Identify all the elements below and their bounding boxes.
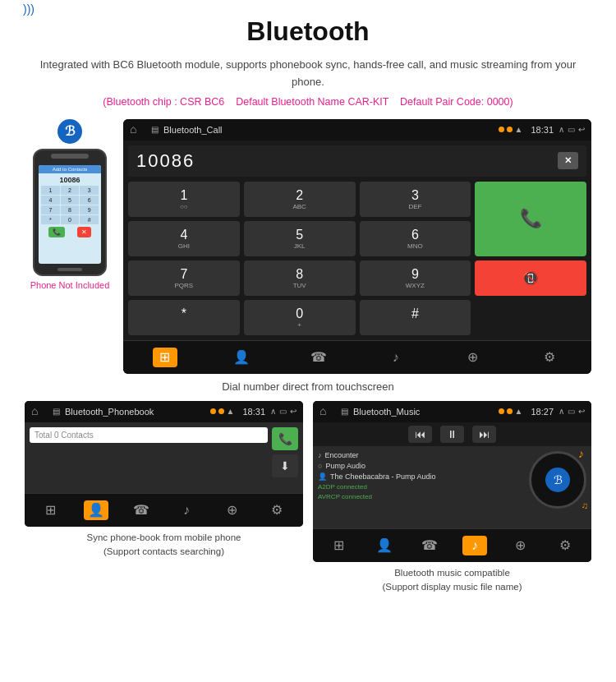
- pb-grid-icon[interactable]: ⊞: [39, 500, 63, 520]
- description-text: Integrated with BC6 Bluetooth module, su…: [25, 57, 591, 91]
- ms-grid-icon[interactable]: ⊞: [327, 536, 352, 555]
- dial-display: 10086 ✕: [128, 145, 586, 177]
- phonebook-search[interactable]: Total 0 Contacts: [30, 427, 268, 443]
- phone-key: 0: [61, 215, 80, 224]
- phone-not-included-label: Phone Not Included: [30, 280, 110, 290]
- key-8[interactable]: 8TUV: [244, 260, 356, 296]
- bluetooth-icon: ℬ: [57, 119, 82, 144]
- key-9[interactable]: 9WXYZ: [360, 260, 471, 296]
- statusbar-dots: ▲: [499, 125, 523, 134]
- pb-back-icon: ↩: [290, 407, 297, 416]
- back-icon: ↩: [578, 125, 585, 134]
- key-3[interactable]: 3DEF: [360, 182, 471, 217]
- statusbar-title: Bluetooth_Call: [163, 125, 494, 135]
- page-title: Bluetooth: [25, 16, 591, 47]
- sim-icon: ▤: [151, 125, 159, 134]
- track3-icon: 👤: [318, 472, 327, 481]
- pb-music-icon[interactable]: ♪: [174, 500, 199, 520]
- bt-waves: ))): [23, 2, 34, 16]
- phonebook-area: Total 0 Contacts 📞 ⬇: [25, 422, 303, 493]
- phonebook-list: [30, 447, 268, 488]
- ms-time: 18:27: [531, 407, 554, 417]
- phonebook-side-btns: 📞 ⬇: [272, 427, 298, 488]
- pb-call-btn[interactable]: 📞: [272, 427, 298, 450]
- key-4[interactable]: 4GHI: [128, 221, 240, 256]
- phonebook-caption: Sync phone-book from mobile phone (Suppo…: [87, 531, 241, 560]
- music-screen: ⌂ ▤ Bluetooth_Music ▲ 18:27 ∧ ▭ ↩: [313, 401, 591, 562]
- phonebook-screen-wrap: ⌂ ▤ Bluetooth_Phonebook ▲ 18:31 ∧ ▭ ↩: [25, 401, 303, 595]
- statusbar-time: 18:31: [531, 125, 554, 135]
- end-call-button[interactable]: 📵: [475, 260, 586, 296]
- pb-dots: ▲: [210, 407, 235, 416]
- pb-wifi: ▲: [227, 407, 235, 416]
- music-statusbar: ⌂ ▤ Bluetooth_Music ▲ 18:27 ∧ ▭ ↩: [313, 401, 591, 422]
- phone-key: 8: [61, 205, 80, 214]
- prev-button[interactable]: ⏮: [408, 426, 432, 443]
- pb-download-btn[interactable]: ⬇: [272, 454, 298, 477]
- bottombar-link-icon[interactable]: ⊕: [460, 348, 485, 367]
- ms-dot2: [507, 408, 513, 414]
- track2-icon: ○: [318, 462, 322, 470]
- avrcp-status: AVRCP connected: [318, 493, 525, 500]
- bottom-screens: ⌂ ▤ Bluetooth_Phonebook ▲ 18:31 ∧ ▭ ↩: [25, 401, 591, 595]
- key-5[interactable]: 5JKL: [244, 221, 356, 256]
- dot-orange2: [507, 127, 513, 132]
- phone-key: 1: [41, 186, 60, 195]
- key-6[interactable]: 6MNO: [360, 221, 471, 256]
- phone-key: *: [41, 215, 60, 224]
- bottombar-call-icon[interactable]: ☎: [306, 348, 331, 367]
- chip-label: (Bluetooth chip : CSR BC6: [103, 96, 224, 108]
- play-pause-button[interactable]: ⏸: [440, 426, 464, 443]
- ms-dots: ▲: [499, 407, 523, 416]
- pb-call-icon[interactable]: ☎: [129, 500, 154, 520]
- track-2: ○ Pump Audio: [318, 462, 525, 470]
- bottombar-grid-icon[interactable]: ⊞: [153, 348, 177, 367]
- key-0[interactable]: 0+: [244, 300, 356, 335]
- phone-mockup: ℬ ))) Add to Contacts 10086 1 2 3 4 5 6 …: [25, 119, 115, 290]
- track-3: 👤 The Cheebacabra - Pump Audio: [318, 472, 525, 481]
- ms-dot1: [499, 408, 504, 414]
- backspace-button[interactable]: ✕: [558, 152, 578, 169]
- window-icon: ▭: [568, 125, 575, 134]
- ms-status-icons: ∧ ▭ ↩: [559, 407, 585, 416]
- dial-caption: Dial number direct from touchscreen: [25, 380, 591, 393]
- phone-end-btn: ✕: [77, 227, 91, 237]
- pb-link-icon[interactable]: ⊕: [219, 500, 244, 520]
- bottombar-music-icon[interactable]: ♪: [384, 348, 408, 367]
- ms-statusbar-title: Bluetooth_Music: [353, 407, 494, 417]
- next-button[interactable]: ⏭: [472, 426, 496, 443]
- key-1[interactable]: 1○○: [128, 182, 240, 217]
- music-note-deco2: ♫: [582, 500, 588, 510]
- pb-window-icon: ▭: [279, 407, 287, 416]
- a2dp-status: A2DP connected: [318, 483, 525, 491]
- bottombar-contact-icon[interactable]: 👤: [229, 348, 254, 367]
- ms-contact-icon[interactable]: 👤: [372, 536, 397, 555]
- expand-icon: ∧: [559, 125, 564, 134]
- phone-key: 5: [61, 196, 80, 205]
- pb-contact-icon[interactable]: 👤: [84, 500, 108, 520]
- ms-call-icon[interactable]: ☎: [417, 536, 442, 555]
- ms-bottombar: ⊞ 👤 ☎ ♪ ⊕ ⚙: [313, 528, 591, 562]
- dial-section: ℬ ))) Add to Contacts 10086 1 2 3 4 5 6 …: [25, 119, 591, 374]
- music-caption: Bluetooth music compatible (Support disp…: [382, 566, 522, 595]
- ms-settings-icon[interactable]: ⚙: [553, 536, 577, 555]
- track3-name: The Cheebacabra - Pump Audio: [330, 472, 436, 481]
- statusbar-icons: ∧ ▭ ↩: [559, 125, 585, 134]
- track-1: ♪ Encounter: [318, 451, 525, 459]
- dial-number[interactable]: 10086: [136, 150, 195, 172]
- pb-sim-icon: ▤: [53, 407, 60, 416]
- ms-window-icon: ▭: [568, 407, 575, 416]
- key-hash[interactable]: #: [360, 300, 471, 335]
- key-7[interactable]: 7PQRS: [128, 260, 240, 296]
- pb-settings-icon[interactable]: ⚙: [264, 500, 289, 520]
- phone-key: 9: [80, 205, 99, 214]
- key-2[interactable]: 2ABC: [244, 182, 356, 217]
- ms-link-icon[interactable]: ⊕: [508, 536, 532, 555]
- call-button[interactable]: 📞: [475, 182, 586, 256]
- bottombar-settings-icon[interactable]: ⚙: [537, 348, 562, 367]
- phonebook-screen: ⌂ ▤ Bluetooth_Phonebook ▲ 18:31 ∧ ▭ ↩: [25, 401, 303, 527]
- ms-music-icon[interactable]: ♪: [462, 536, 487, 555]
- pb-dot1: [210, 408, 216, 414]
- key-star[interactable]: *: [128, 300, 240, 335]
- phonebook-caption-line1: Sync phone-book from mobile phone: [87, 532, 241, 542]
